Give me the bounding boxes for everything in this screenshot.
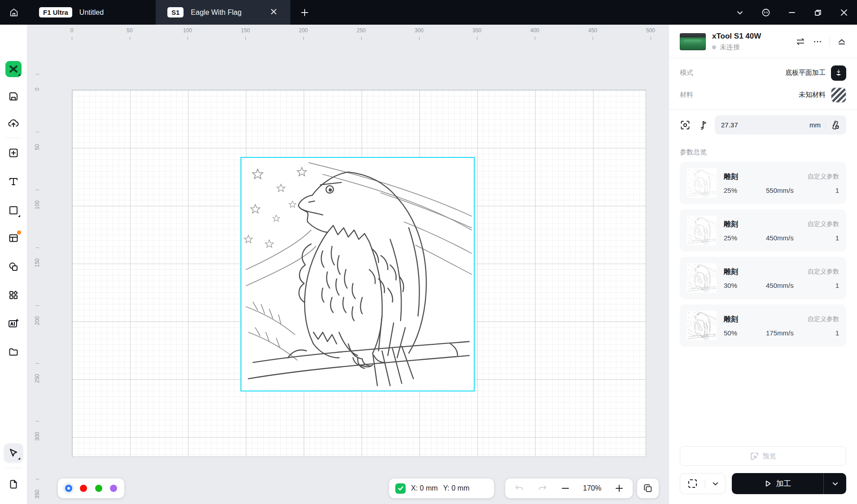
page-settings-button[interactable]: [4, 475, 23, 494]
close-button[interactable]: [831, 0, 857, 25]
tab-eagle-with-flag[interactable]: S1 Eagle With Flag: [156, 0, 290, 25]
layer-color-dot[interactable]: [65, 485, 72, 492]
power-value: 25%: [724, 234, 737, 242]
more-options-icon[interactable]: [813, 37, 822, 47]
process-type: 雕刻: [724, 172, 738, 182]
layer-color-dot[interactable]: [110, 485, 117, 492]
ruler-tick: 450: [579, 27, 606, 40]
parameter-card[interactable]: 雕刻 自定义参数 30% 450mm/s 1: [680, 257, 846, 299]
ruler-tick: 100: [34, 196, 40, 214]
save-button[interactable]: [4, 87, 23, 106]
ruler-tick: 100: [174, 27, 201, 40]
passes-value: 1: [835, 282, 839, 289]
parameter-card[interactable]: 雕刻 自定义参数 25% 550mm/s 1: [680, 162, 846, 204]
material-icon[interactable]: [831, 87, 846, 103]
undo-icon[interactable]: [514, 483, 524, 493]
copy-icon: [643, 483, 653, 493]
folder-icon: [8, 347, 19, 357]
collapse-panel-icon[interactable]: [837, 37, 846, 46]
redo-icon[interactable]: [538, 483, 547, 493]
ruler-tick: 400: [521, 27, 548, 40]
zoom-in-icon[interactable]: [615, 484, 624, 493]
process-type: 雕刻: [724, 315, 738, 324]
home-button[interactable]: [0, 0, 27, 25]
process-label: 加工: [776, 478, 791, 489]
divider: [825, 121, 826, 130]
parameter-card[interactable]: 雕刻 自定义参数 50% 175mm/s 1: [680, 304, 846, 347]
layer-thumbnail: [687, 168, 717, 198]
framing-button[interactable]: [680, 474, 705, 494]
ruler-tick: 150: [232, 27, 259, 40]
ai-tools-button[interactable]: [4, 314, 23, 333]
switch-device-icon[interactable]: [796, 37, 805, 47]
parameter-list: 雕刻 自定义参数 25% 550mm/s 1 雕刻: [669, 162, 857, 347]
trace-image-button[interactable]: [4, 257, 23, 276]
position-bar: X: 0 mm Y: 0 mm: [389, 478, 494, 498]
chevron-down-icon: [712, 480, 719, 487]
material-row[interactable]: 材料 未知材料: [680, 84, 846, 106]
device-status: 未连接: [712, 43, 761, 52]
mark-point-icon[interactable]: [698, 120, 708, 130]
file-browser-button[interactable]: [4, 343, 23, 361]
tab-close-icon[interactable]: [269, 7, 279, 18]
preset-label: 自定义参数: [808, 220, 839, 228]
square-shape-icon: [8, 205, 19, 216]
status-dot: [712, 45, 716, 49]
position-checkbox[interactable]: [395, 483, 406, 494]
xtool-logo-menu[interactable]: [4, 60, 23, 78]
power-value: 50%: [724, 329, 737, 337]
preset-label: 自定义参数: [808, 268, 839, 276]
layer-color-dot[interactable]: [95, 485, 102, 492]
parameter-card[interactable]: 雕刻 自定义参数 25% 450mm/s 1: [680, 209, 846, 252]
template-library-button[interactable]: [4, 229, 23, 248]
overlap-shapes-icon: [8, 261, 19, 272]
cloud-upload-icon: [8, 118, 19, 130]
cursor-icon: [8, 448, 19, 458]
distance-input[interactable]: 27.37 mm: [715, 115, 846, 135]
layer-color-dot[interactable]: [80, 485, 87, 492]
auto-measure-icon[interactable]: [680, 120, 691, 130]
shape-tool-button[interactable]: [4, 201, 23, 220]
minimize-button[interactable]: [779, 0, 805, 25]
ruler-tick: 250: [34, 369, 40, 387]
ruler-tick: 500: [637, 27, 664, 40]
duplicate-button[interactable]: [637, 478, 659, 498]
preview-button[interactable]: 预览: [680, 446, 846, 466]
power-value: 25%: [724, 187, 737, 194]
framing-options-button[interactable]: [705, 474, 725, 494]
measure-ruler-icon[interactable]: [830, 120, 840, 130]
mode-row[interactable]: 模式 底板平面加工: [680, 62, 846, 84]
speed-value: 175mm/s: [766, 329, 794, 337]
feedback-button[interactable]: [753, 0, 779, 25]
add-square-icon: [8, 148, 19, 158]
left-toolbar: [0, 25, 27, 504]
zoom-out-icon[interactable]: [561, 484, 570, 493]
framing-button-group: [680, 473, 726, 494]
selected-eagle-image[interactable]: [240, 157, 475, 391]
canvas-area[interactable]: 050100150200250300350400450500 050100150…: [27, 25, 669, 504]
zoom-level[interactable]: 170%: [583, 484, 601, 492]
cloud-upload-button[interactable]: [4, 114, 23, 133]
play-icon: [764, 480, 772, 487]
tab-device-badge: F1 Ultra: [39, 7, 72, 17]
distance-value: 27.37: [721, 121, 738, 129]
tab-untitled[interactable]: F1 Ultra Untitled: [27, 0, 156, 25]
new-tab-button[interactable]: [290, 0, 319, 25]
text-tool-button[interactable]: [4, 172, 23, 191]
process-options-button[interactable]: [824, 480, 846, 487]
import-image-button[interactable]: [4, 143, 23, 162]
mode-icon[interactable]: [831, 65, 846, 81]
app-window: F1 Ultra Untitled S1 Eagle With Flag: [0, 0, 857, 504]
apps-library-button[interactable]: [4, 286, 23, 304]
template-icon: [8, 233, 19, 243]
process-button[interactable]: 加工: [732, 473, 846, 494]
title-bar: F1 Ultra Untitled S1 Eagle With Flag: [0, 0, 857, 25]
coord-y: Y: 0 mm: [443, 484, 470, 492]
zoom-bar: 170%: [505, 478, 633, 498]
collapse-toolbar-button[interactable]: [727, 0, 753, 25]
speed-value: 550mm/s: [766, 187, 794, 194]
chevron-down-icon: [832, 480, 839, 487]
restore-button[interactable]: [805, 0, 831, 25]
select-tool-button[interactable]: [4, 443, 23, 462]
layer-color-bar: [58, 478, 124, 498]
